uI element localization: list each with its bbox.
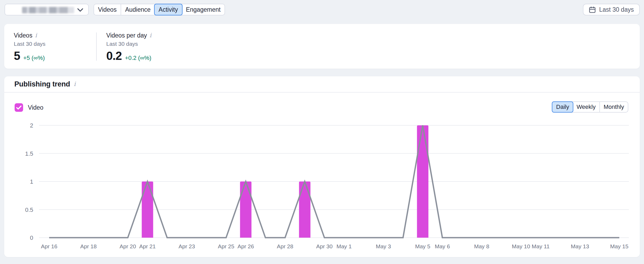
legend-row: Video — [15, 103, 43, 112]
y-tick-label: 1 — [30, 178, 33, 185]
info-icon[interactable]: i — [74, 81, 76, 87]
x-tick-label-apr-18: Apr 18 — [80, 243, 97, 249]
channel-selector-dropdown[interactable] — [5, 4, 89, 15]
section-tabs: VideosAudienceActivityEngagement — [94, 4, 225, 15]
granularity-monthly[interactable]: Monthly — [599, 102, 628, 112]
x-tick-label-may-1: May 1 — [336, 243, 351, 249]
stat-title: Videos — [14, 32, 32, 39]
bar-apr-21[interactable] — [142, 182, 153, 238]
publishing-trend-chart: 00.511.52Apr 16Apr 18Apr 20Apr 21Apr 23A… — [4, 76, 640, 257]
stat-videos-per-day: Videos per dayiLast 30 days0.2+0.2 (∞%) — [106, 24, 151, 69]
tab-activity[interactable]: Activity — [154, 4, 183, 15]
chevron-down-icon — [77, 8, 83, 12]
bar-apr-29[interactable] — [299, 182, 311, 238]
y-tick-label: 1.5 — [25, 150, 33, 157]
tab-audience[interactable]: Audience — [121, 4, 155, 15]
info-icon[interactable]: i — [150, 32, 151, 38]
calendar-icon — [589, 6, 596, 13]
chart-title: Publishing trend — [14, 80, 70, 88]
x-tick-label-may-3: May 3 — [376, 243, 391, 249]
stat-value: 5 — [14, 49, 20, 63]
video-series-checkbox[interactable] — [15, 103, 23, 112]
x-tick-label-apr-20: Apr 20 — [120, 243, 136, 249]
stat-videos: VideosiLast 30 days5+5 (∞%) — [14, 24, 45, 69]
x-tick-label-may-13: May 13 — [571, 243, 589, 249]
stat-delta: +5 (∞%) — [23, 55, 45, 61]
stat-value: 0.2 — [106, 49, 122, 63]
bar-may-5[interactable] — [417, 125, 429, 238]
y-tick-label: 0 — [30, 234, 33, 241]
granularity-daily[interactable]: Daily — [552, 101, 573, 113]
x-tick-label-may-6: May 6 — [435, 243, 450, 249]
bar-apr-26[interactable] — [240, 182, 252, 238]
x-tick-label-apr-23: Apr 23 — [179, 243, 195, 249]
stats-summary-card: VideosiLast 30 days5+5 (∞%)Videos per da… — [4, 24, 640, 69]
chart-header: Publishing trend i — [4, 76, 640, 93]
y-tick-label: 2 — [30, 122, 33, 129]
stat-period: Last 30 days — [14, 41, 45, 47]
x-tick-label-may-10: May 10 — [512, 243, 530, 249]
info-icon[interactable]: i — [35, 32, 37, 38]
stat-title: Videos per day — [106, 32, 147, 39]
social-analytics-activity-page: { "topbar": { "profile_selector": { "not… — [0, 0, 644, 264]
granularity-toggle: DailyWeeklyMonthly — [552, 101, 628, 113]
stat-delta: +0.2 (∞%) — [125, 55, 151, 61]
x-tick-label-may-11: May 11 — [532, 243, 549, 249]
channel-name-redacted — [22, 7, 74, 13]
x-tick-label-apr-16: Apr 16 — [41, 243, 57, 249]
y-tick-label: 0.5 — [25, 207, 33, 213]
tab-engagement[interactable]: Engagement — [182, 4, 224, 15]
x-tick-label-may-5: May 5 — [415, 243, 430, 249]
granularity-weekly[interactable]: Weekly — [573, 102, 599, 112]
x-tick-label-apr-28: Apr 28 — [277, 243, 293, 249]
date-range-label: Last 30 days — [599, 6, 634, 13]
stats-divider — [96, 32, 97, 61]
tab-videos[interactable]: Videos — [94, 4, 121, 15]
legend-label: Video — [28, 104, 43, 111]
x-tick-label-apr-21: Apr 21 — [139, 243, 156, 249]
x-tick-label-apr-25: Apr 25 — [218, 243, 234, 249]
x-tick-label-may-8: May 8 — [474, 243, 489, 249]
x-tick-label-apr-26: Apr 26 — [238, 243, 254, 249]
publishing-trend-card: 00.511.52Apr 16Apr 18Apr 20Apr 21Apr 23A… — [4, 76, 640, 257]
date-range-button[interactable]: Last 30 days — [583, 4, 640, 15]
x-tick-label-may-15: May 15 — [610, 243, 629, 249]
check-icon — [16, 105, 22, 110]
stat-period: Last 30 days — [106, 41, 151, 47]
x-tick-label-apr-30: Apr 30 — [316, 243, 333, 249]
